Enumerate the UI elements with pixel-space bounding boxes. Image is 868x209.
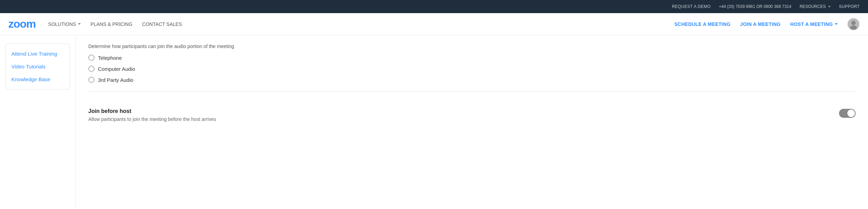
request-demo-link[interactable]: REQUEST A DEMO (672, 4, 711, 9)
svg-point-2 (850, 25, 857, 30)
join-before-host-info: Join before host Allow participants to j… (88, 108, 825, 122)
main-container: Attend Live Training Video Tutorials Kno… (0, 35, 868, 209)
phone-number: +44 (20) 7039 8961 OR 0800 368 7314 (719, 4, 791, 9)
nav-links: SOLUTIONS PLANS & PRICING CONTACT SALES (48, 21, 674, 27)
zoom-logo[interactable]: zoom (8, 18, 36, 30)
nav-bar: zoom SOLUTIONS PLANS & PRICING CONTACT S… (0, 13, 868, 35)
sidebar: Attend Live Training Video Tutorials Kno… (0, 35, 76, 209)
join-before-host-toggle[interactable] (839, 109, 856, 118)
audio-section-title: Determine how participants can join the … (88, 44, 856, 49)
video-tutorials-link[interactable]: Video Tutorials (11, 64, 64, 69)
join-before-host-title: Join before host (88, 108, 825, 114)
sidebar-card: Attend Live Training Video Tutorials Kno… (6, 44, 70, 89)
telephone-radio-circle (88, 55, 95, 61)
svg-point-1 (851, 21, 856, 25)
computer-audio-radio[interactable]: Computer Audio (88, 66, 856, 72)
knowledge-base-link[interactable]: Knowledge Base (11, 76, 64, 82)
schedule-meeting-link[interactable]: SCHEDULE A MEETING (674, 21, 731, 27)
audio-radio-group: Telephone Computer Audio 3rd Party Audio (88, 55, 856, 83)
nav-right: SCHEDULE A MEETING JOIN A MEETING HOST A… (674, 18, 860, 30)
host-meeting-dropdown[interactable]: HOST A MEETING (790, 21, 838, 27)
resources-chevron-icon (828, 6, 831, 8)
user-avatar[interactable] (847, 18, 860, 30)
attend-live-training-link[interactable]: Attend Live Training (11, 51, 64, 57)
plans-pricing-nav-item[interactable]: PLANS & PRICING (90, 21, 132, 27)
telephone-radio[interactable]: Telephone (88, 55, 856, 61)
host-meeting-link: HOST A MEETING (790, 21, 833, 27)
resources-dropdown[interactable]: RESOURCES (800, 4, 831, 9)
join-before-host-toggle-container (839, 109, 856, 118)
host-chevron-icon (835, 23, 838, 25)
toggle-knob (847, 110, 855, 117)
content-area: Determine how participants can join the … (76, 35, 868, 209)
3rd-party-audio-radio[interactable]: 3rd Party Audio (88, 77, 856, 83)
3rd-party-audio-radio-circle (88, 77, 95, 83)
contact-sales-nav-item[interactable]: CONTACT SALES (142, 21, 182, 27)
solutions-nav-item[interactable]: SOLUTIONS (48, 21, 81, 27)
solutions-chevron-icon (78, 23, 81, 25)
computer-audio-radio-circle (88, 66, 95, 72)
support-link[interactable]: SUPPORT (839, 4, 860, 9)
top-bar: REQUEST A DEMO +44 (20) 7039 8961 OR 080… (0, 0, 868, 13)
join-meeting-link[interactable]: JOIN A MEETING (740, 21, 780, 27)
join-before-host-desc: Allow participants to join the meeting b… (88, 116, 825, 122)
join-before-host-row: Join before host Allow participants to j… (88, 101, 856, 129)
audio-section: Determine how participants can join the … (88, 44, 856, 92)
